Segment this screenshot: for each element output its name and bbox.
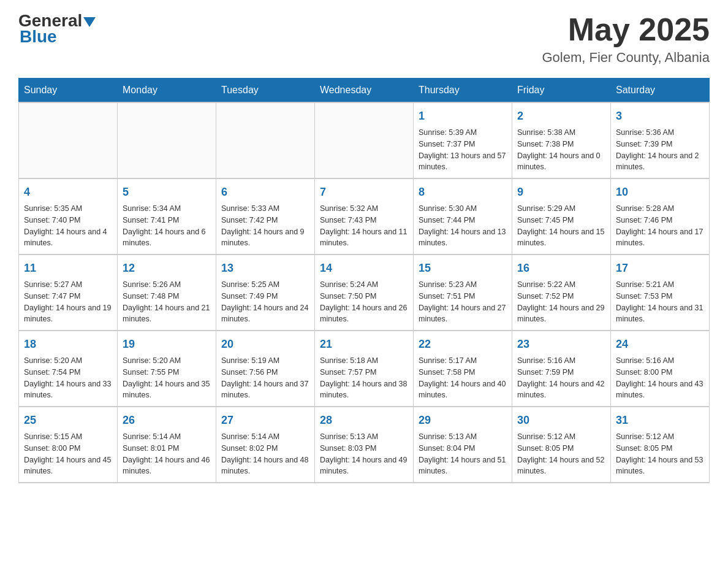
day-number: 2	[517, 108, 605, 124]
day-info: Sunrise: 5:17 AM Sunset: 7:58 PM Dayligh…	[419, 355, 507, 401]
day-number: 25	[24, 412, 112, 429]
table-row: 22Sunrise: 5:17 AM Sunset: 7:58 PM Dayli…	[414, 331, 512, 407]
table-row: 3Sunrise: 5:36 AM Sunset: 7:39 PM Daylig…	[611, 102, 710, 178]
day-number: 1	[419, 108, 507, 124]
day-number: 14	[320, 260, 408, 277]
table-row: 16Sunrise: 5:22 AM Sunset: 7:52 PM Dayli…	[512, 255, 611, 331]
day-number: 28	[320, 412, 408, 429]
day-info: Sunrise: 5:25 AM Sunset: 7:49 PM Dayligh…	[221, 279, 309, 325]
table-row	[118, 102, 216, 178]
day-number: 22	[419, 336, 507, 353]
day-info: Sunrise: 5:35 AM Sunset: 7:40 PM Dayligh…	[24, 203, 112, 249]
table-row: 23Sunrise: 5:16 AM Sunset: 7:59 PM Dayli…	[512, 331, 611, 407]
day-info: Sunrise: 5:30 AM Sunset: 7:44 PM Dayligh…	[419, 203, 507, 249]
table-row: 11Sunrise: 5:27 AM Sunset: 7:47 PM Dayli…	[19, 255, 118, 331]
col-monday: Monday	[118, 79, 216, 103]
day-number: 21	[320, 336, 408, 353]
table-row: 2Sunrise: 5:38 AM Sunset: 7:38 PM Daylig…	[512, 102, 611, 178]
day-info: Sunrise: 5:13 AM Sunset: 8:03 PM Dayligh…	[320, 431, 408, 477]
day-number: 29	[419, 412, 507, 429]
day-number: 30	[517, 412, 605, 429]
day-info: Sunrise: 5:13 AM Sunset: 8:04 PM Dayligh…	[419, 431, 507, 477]
month-year-title: May 2025	[542, 12, 710, 47]
day-number: 7	[320, 184, 408, 201]
logo-blue-text: Blue	[20, 27, 57, 47]
day-number: 23	[517, 336, 605, 353]
day-number: 20	[221, 336, 309, 353]
table-row: 25Sunrise: 5:15 AM Sunset: 8:00 PM Dayli…	[19, 407, 118, 483]
day-number: 15	[419, 260, 507, 277]
day-info: Sunrise: 5:23 AM Sunset: 7:51 PM Dayligh…	[419, 279, 507, 325]
calendar-week-row: 4Sunrise: 5:35 AM Sunset: 7:40 PM Daylig…	[19, 178, 710, 255]
col-tuesday: Tuesday	[216, 79, 315, 103]
location-subtitle: Golem, Fier County, Albania	[542, 50, 710, 66]
table-row: 30Sunrise: 5:12 AM Sunset: 8:05 PM Dayli…	[512, 407, 611, 483]
table-row: 14Sunrise: 5:24 AM Sunset: 7:50 PM Dayli…	[315, 255, 414, 331]
day-number: 9	[517, 184, 605, 201]
day-number: 4	[24, 184, 112, 201]
day-info: Sunrise: 5:29 AM Sunset: 7:45 PM Dayligh…	[517, 203, 605, 249]
day-info: Sunrise: 5:12 AM Sunset: 8:05 PM Dayligh…	[517, 431, 605, 477]
calendar-header-row: Sunday Monday Tuesday Wednesday Thursday…	[19, 79, 710, 103]
table-row: 18Sunrise: 5:20 AM Sunset: 7:54 PM Dayli…	[19, 331, 118, 407]
table-row: 1Sunrise: 5:39 AM Sunset: 7:37 PM Daylig…	[414, 102, 512, 178]
day-info: Sunrise: 5:38 AM Sunset: 7:38 PM Dayligh…	[517, 127, 605, 173]
day-info: Sunrise: 5:33 AM Sunset: 7:42 PM Dayligh…	[221, 203, 309, 249]
day-info: Sunrise: 5:27 AM Sunset: 7:47 PM Dayligh…	[24, 279, 112, 325]
table-row: 5Sunrise: 5:34 AM Sunset: 7:41 PM Daylig…	[118, 178, 216, 255]
day-info: Sunrise: 5:34 AM Sunset: 7:41 PM Dayligh…	[123, 203, 211, 249]
table-row: 12Sunrise: 5:26 AM Sunset: 7:48 PM Dayli…	[118, 255, 216, 331]
day-info: Sunrise: 5:16 AM Sunset: 8:00 PM Dayligh…	[616, 355, 704, 401]
day-number: 31	[616, 412, 704, 429]
calendar-table: Sunday Monday Tuesday Wednesday Thursday…	[18, 78, 710, 483]
table-row: 26Sunrise: 5:14 AM Sunset: 8:01 PM Dayli…	[118, 407, 216, 483]
table-row: 28Sunrise: 5:13 AM Sunset: 8:03 PM Dayli…	[315, 407, 414, 483]
day-number: 11	[24, 260, 112, 277]
day-info: Sunrise: 5:39 AM Sunset: 7:37 PM Dayligh…	[419, 127, 507, 173]
col-wednesday: Wednesday	[315, 79, 414, 103]
day-number: 8	[419, 184, 507, 201]
day-number: 24	[616, 336, 704, 353]
day-number: 16	[517, 260, 605, 277]
title-section: May 2025 Golem, Fier County, Albania	[542, 12, 710, 66]
day-number: 12	[123, 260, 211, 277]
day-number: 18	[24, 336, 112, 353]
day-info: Sunrise: 5:32 AM Sunset: 7:43 PM Dayligh…	[320, 203, 408, 249]
col-thursday: Thursday	[414, 79, 512, 103]
day-info: Sunrise: 5:14 AM Sunset: 8:02 PM Dayligh…	[221, 431, 309, 477]
table-row	[19, 102, 118, 178]
day-number: 13	[221, 260, 309, 277]
logo-triangle-icon	[83, 17, 96, 27]
col-sunday: Sunday	[19, 79, 118, 103]
calendar-week-row: 25Sunrise: 5:15 AM Sunset: 8:00 PM Dayli…	[19, 407, 710, 483]
calendar-week-row: 18Sunrise: 5:20 AM Sunset: 7:54 PM Dayli…	[19, 331, 710, 407]
day-info: Sunrise: 5:21 AM Sunset: 7:53 PM Dayligh…	[616, 279, 704, 325]
day-info: Sunrise: 5:22 AM Sunset: 7:52 PM Dayligh…	[517, 279, 605, 325]
col-friday: Friday	[512, 79, 611, 103]
day-number: 10	[616, 184, 704, 201]
table-row: 24Sunrise: 5:16 AM Sunset: 8:00 PM Dayli…	[611, 331, 710, 407]
day-info: Sunrise: 5:36 AM Sunset: 7:39 PM Dayligh…	[616, 127, 704, 173]
day-number: 6	[221, 184, 309, 201]
day-number: 19	[123, 336, 211, 353]
day-info: Sunrise: 5:20 AM Sunset: 7:55 PM Dayligh…	[123, 355, 211, 401]
table-row	[216, 102, 315, 178]
day-info: Sunrise: 5:14 AM Sunset: 8:01 PM Dayligh…	[123, 431, 211, 477]
table-row: 19Sunrise: 5:20 AM Sunset: 7:55 PM Dayli…	[118, 331, 216, 407]
table-row: 29Sunrise: 5:13 AM Sunset: 8:04 PM Dayli…	[414, 407, 512, 483]
day-info: Sunrise: 5:16 AM Sunset: 7:59 PM Dayligh…	[517, 355, 605, 401]
day-number: 17	[616, 260, 704, 277]
day-info: Sunrise: 5:24 AM Sunset: 7:50 PM Dayligh…	[320, 279, 408, 325]
table-row: 7Sunrise: 5:32 AM Sunset: 7:43 PM Daylig…	[315, 178, 414, 255]
day-info: Sunrise: 5:18 AM Sunset: 7:57 PM Dayligh…	[320, 355, 408, 401]
day-info: Sunrise: 5:26 AM Sunset: 7:48 PM Dayligh…	[123, 279, 211, 325]
table-row: 9Sunrise: 5:29 AM Sunset: 7:45 PM Daylig…	[512, 178, 611, 255]
table-row: 17Sunrise: 5:21 AM Sunset: 7:53 PM Dayli…	[611, 255, 710, 331]
day-number: 26	[123, 412, 211, 429]
day-info: Sunrise: 5:28 AM Sunset: 7:46 PM Dayligh…	[616, 203, 704, 249]
page-header: General Blue May 2025 Golem, Fier County…	[18, 12, 710, 66]
table-row: 10Sunrise: 5:28 AM Sunset: 7:46 PM Dayli…	[611, 178, 710, 255]
table-row: 13Sunrise: 5:25 AM Sunset: 7:49 PM Dayli…	[216, 255, 315, 331]
col-saturday: Saturday	[611, 79, 710, 103]
day-info: Sunrise: 5:15 AM Sunset: 8:00 PM Dayligh…	[24, 431, 112, 477]
